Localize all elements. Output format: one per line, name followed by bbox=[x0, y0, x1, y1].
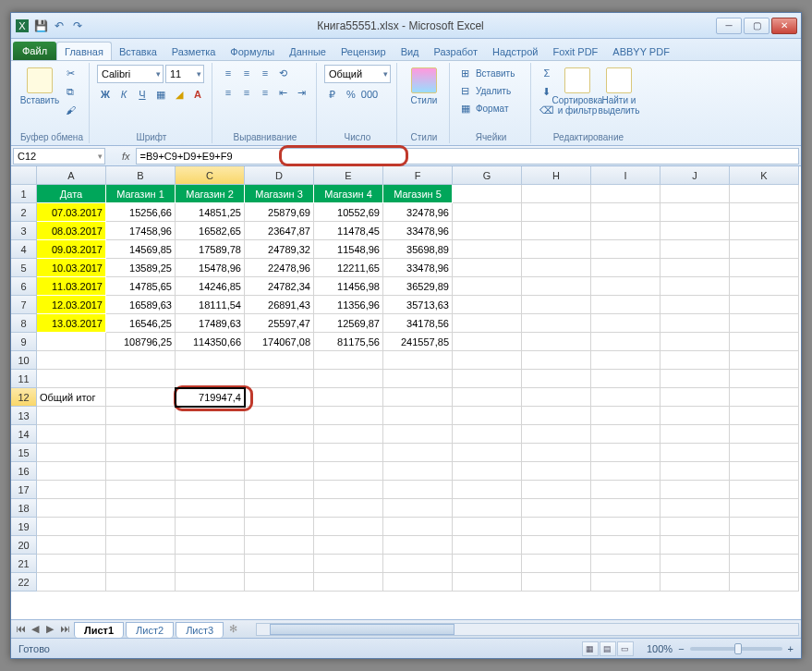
underline-button[interactable]: Ч bbox=[134, 86, 151, 103]
cell[interactable] bbox=[453, 481, 522, 499]
cell[interactable] bbox=[730, 296, 799, 314]
cell[interactable] bbox=[245, 462, 314, 481]
cell[interactable]: 17589,78 bbox=[176, 240, 245, 259]
cell[interactable]: 11478,45 bbox=[314, 222, 383, 240]
cell[interactable] bbox=[522, 444, 591, 462]
cell[interactable] bbox=[314, 536, 383, 555]
cell[interactable]: 36529,89 bbox=[383, 277, 453, 296]
row-header[interactable]: 6 bbox=[11, 277, 37, 296]
col-header-I[interactable]: I bbox=[591, 166, 661, 185]
row-header[interactable]: 4 bbox=[11, 240, 37, 259]
cell[interactable] bbox=[383, 555, 453, 573]
cell[interactable] bbox=[37, 499, 106, 518]
cell[interactable] bbox=[661, 425, 730, 444]
cell[interactable] bbox=[661, 536, 730, 555]
cell[interactable] bbox=[314, 425, 383, 444]
cell[interactable]: 11548,96 bbox=[314, 240, 383, 259]
cell[interactable]: 24789,32 bbox=[245, 240, 314, 259]
cell[interactable] bbox=[661, 462, 730, 481]
cell[interactable] bbox=[730, 240, 799, 259]
cell[interactable]: 16546,25 bbox=[106, 314, 176, 333]
font-color-button[interactable]: A bbox=[189, 86, 206, 103]
cell[interactable] bbox=[106, 499, 176, 518]
cell[interactable] bbox=[591, 425, 661, 444]
cell[interactable] bbox=[661, 499, 730, 518]
col-header-J[interactable]: J bbox=[661, 166, 730, 185]
cell[interactable] bbox=[245, 351, 314, 370]
cell[interactable] bbox=[453, 351, 522, 370]
cell[interactable] bbox=[522, 462, 591, 481]
cell[interactable] bbox=[661, 333, 730, 351]
row-header[interactable]: 5 bbox=[11, 259, 37, 277]
cell[interactable]: 81175,56 bbox=[314, 333, 383, 351]
row-header[interactable]: 12 bbox=[11, 388, 37, 407]
cell[interactable] bbox=[383, 351, 453, 370]
cell[interactable]: 09.03.2017 bbox=[37, 240, 106, 259]
col-header-K[interactable]: K bbox=[730, 166, 799, 185]
row-header[interactable]: 3 bbox=[11, 222, 37, 240]
cell[interactable] bbox=[522, 222, 591, 240]
cell[interactable] bbox=[106, 388, 176, 407]
cell[interactable]: 17458,96 bbox=[106, 222, 176, 240]
cell[interactable]: 15478,96 bbox=[176, 259, 245, 277]
cell[interactable] bbox=[37, 536, 106, 555]
cell[interactable] bbox=[522, 351, 591, 370]
cell[interactable] bbox=[730, 222, 799, 240]
col-header-E[interactable]: E bbox=[314, 166, 383, 185]
cell[interactable] bbox=[383, 499, 453, 518]
cell[interactable] bbox=[106, 444, 176, 462]
cell[interactable] bbox=[522, 518, 591, 536]
cell[interactable]: 108796,25 bbox=[106, 333, 176, 351]
cell[interactable]: 17489,63 bbox=[176, 314, 245, 333]
cell[interactable] bbox=[730, 351, 799, 370]
cell[interactable] bbox=[453, 518, 522, 536]
cell[interactable] bbox=[314, 481, 383, 499]
cell[interactable] bbox=[453, 333, 522, 351]
cell[interactable]: 10552,69 bbox=[314, 203, 383, 222]
cell[interactable] bbox=[176, 370, 245, 388]
cell[interactable] bbox=[245, 444, 314, 462]
cell[interactable] bbox=[591, 222, 661, 240]
cell[interactable] bbox=[176, 351, 245, 370]
sheet-tab-3[interactable]: Лист3 bbox=[176, 622, 224, 638]
cell[interactable] bbox=[522, 370, 591, 388]
cell[interactable] bbox=[37, 407, 106, 425]
tab-data[interactable]: Данные bbox=[282, 43, 333, 60]
cell[interactable] bbox=[591, 185, 661, 203]
cell[interactable] bbox=[453, 425, 522, 444]
cell[interactable] bbox=[522, 203, 591, 222]
cell[interactable]: 14785,65 bbox=[106, 277, 176, 296]
cell[interactable] bbox=[176, 555, 245, 573]
cell[interactable]: 32478,96 bbox=[383, 203, 453, 222]
cell[interactable] bbox=[591, 444, 661, 462]
cell[interactable] bbox=[106, 536, 176, 555]
cell[interactable] bbox=[591, 333, 661, 351]
cell[interactable] bbox=[37, 481, 106, 499]
cell[interactable]: 33478,96 bbox=[383, 259, 453, 277]
cell[interactable] bbox=[730, 407, 799, 425]
cell[interactable] bbox=[591, 296, 661, 314]
tab-abbyy[interactable]: ABBYY PDF bbox=[605, 43, 677, 60]
col-header-A[interactable]: A bbox=[37, 166, 106, 185]
row-header[interactable]: 20 bbox=[11, 536, 37, 555]
col-header-F[interactable]: F bbox=[383, 166, 453, 185]
cell[interactable] bbox=[453, 462, 522, 481]
cell[interactable] bbox=[730, 388, 799, 407]
comma-icon[interactable]: 000 bbox=[361, 86, 378, 103]
horizontal-scrollbar[interactable] bbox=[256, 623, 799, 636]
cell[interactable]: 174067,08 bbox=[245, 333, 314, 351]
cell[interactable]: 12569,87 bbox=[314, 314, 383, 333]
cell[interactable] bbox=[522, 555, 591, 573]
find-select-button[interactable]: Найти и выделить bbox=[600, 65, 638, 131]
name-box[interactable]: C12 bbox=[13, 148, 105, 165]
cell[interactable] bbox=[730, 425, 799, 444]
number-format-combo[interactable]: Общий bbox=[324, 65, 391, 83]
cell[interactable] bbox=[383, 481, 453, 499]
cell[interactable] bbox=[730, 518, 799, 536]
row-header[interactable]: 11 bbox=[11, 370, 37, 388]
cell[interactable] bbox=[453, 185, 522, 203]
cell[interactable] bbox=[245, 555, 314, 573]
cell[interactable] bbox=[591, 259, 661, 277]
cell[interactable] bbox=[591, 203, 661, 222]
cell[interactable]: 16589,63 bbox=[106, 296, 176, 314]
